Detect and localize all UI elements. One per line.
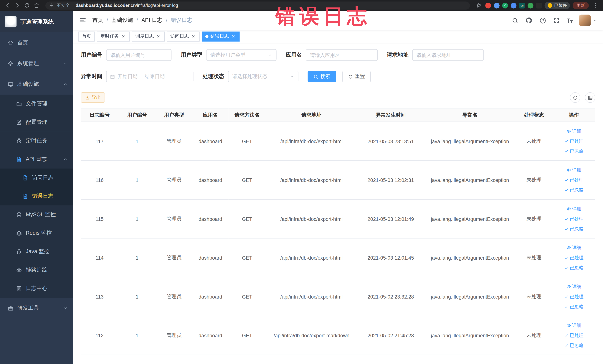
sidebar-item-12[interactable]: 链路追踪 bbox=[0, 261, 73, 280]
app-name-input[interactable] bbox=[306, 49, 378, 61]
cell-exception-name: java.lang.IllegalArgumentException bbox=[424, 277, 516, 316]
tab-0[interactable]: 首页 bbox=[78, 31, 94, 41]
home-icon[interactable] bbox=[33, 1, 40, 9]
extension-blue-grid[interactable] bbox=[511, 2, 516, 8]
sidebar-item-0[interactable]: 首页 bbox=[0, 32, 73, 53]
extension-red-circle[interactable] bbox=[485, 2, 491, 8]
tab-4[interactable]: 错误日志× bbox=[202, 31, 240, 41]
sidebar-item-5[interactable]: 定时任务 bbox=[0, 132, 73, 150]
sidebar-item-14[interactable]: 研发工具 bbox=[0, 298, 73, 318]
sidebar-item-1[interactable]: 系统管理 bbox=[0, 53, 73, 74]
extension-on-switch[interactable]: on bbox=[519, 2, 525, 8]
request-url-input[interactable] bbox=[412, 49, 484, 61]
detail-link[interactable]: 详细 bbox=[554, 243, 594, 253]
user-id-label: 用户编号 bbox=[81, 52, 102, 59]
close-icon[interactable]: × bbox=[191, 34, 196, 39]
font-size-icon[interactable]: TT bbox=[567, 17, 573, 23]
sidebar-item-label: 访问日志 bbox=[32, 174, 53, 181]
ignored-link[interactable]: 已忽略 bbox=[554, 341, 594, 351]
sidebar-item-6[interactable]: API 日志 bbox=[0, 150, 73, 169]
forward-icon[interactable] bbox=[13, 1, 21, 9]
refresh-icon bbox=[348, 74, 353, 79]
cell-log-id: 112 bbox=[81, 316, 118, 355]
chevron-down-icon bbox=[63, 306, 68, 310]
close-icon[interactable]: × bbox=[231, 34, 236, 39]
user-type-select[interactable]: 请选择用户类型 bbox=[206, 49, 277, 61]
detail-link[interactable]: 详细 bbox=[554, 320, 594, 330]
search-button[interactable]: 搜索 bbox=[308, 71, 336, 82]
paused-badge[interactable]: 已暂停 bbox=[545, 2, 570, 9]
reload-icon[interactable] bbox=[23, 1, 31, 9]
detail-link[interactable]: 详细 bbox=[554, 204, 594, 214]
sidebar-item-4[interactable]: 配置管理 bbox=[0, 113, 73, 132]
sidebar-item-9[interactable]: MySQL 监控 bbox=[0, 205, 73, 224]
tab-label: 调度日志 bbox=[135, 33, 154, 39]
home-icon bbox=[8, 40, 14, 46]
browser-menu-icon[interactable] bbox=[591, 1, 599, 9]
tab-1[interactable]: 定时任务× bbox=[97, 31, 129, 41]
check-icon bbox=[564, 294, 568, 299]
user-id-input[interactable] bbox=[106, 49, 172, 61]
eye-icon bbox=[566, 129, 571, 133]
hamburger-icon[interactable] bbox=[79, 16, 87, 24]
extension-green-check[interactable]: ✓ bbox=[502, 2, 508, 8]
date-range-picker[interactable]: 开始日期 - 结束日期 bbox=[106, 71, 194, 82]
refresh-button[interactable] bbox=[570, 92, 580, 103]
processed-link[interactable]: 已处理 bbox=[554, 136, 594, 146]
ignored-link[interactable]: 已忽略 bbox=[554, 302, 594, 312]
cell-log-id: 116 bbox=[81, 161, 118, 200]
process-status-select[interactable]: 请选择处理状态 bbox=[228, 71, 299, 82]
tab-3[interactable]: 访问日志× bbox=[167, 31, 199, 41]
tab-2[interactable]: 调度日志× bbox=[132, 31, 165, 41]
ignored-link[interactable]: 已忽略 bbox=[554, 185, 594, 195]
process-status-label: 处理状态 bbox=[203, 73, 224, 80]
processed-link[interactable]: 已处理 bbox=[554, 253, 594, 263]
user-menu[interactable] bbox=[579, 15, 597, 26]
breadcrumb-item-0[interactable]: 首页 bbox=[92, 17, 103, 24]
logo-row[interactable]: 芋道管理系统 bbox=[0, 11, 73, 32]
sidebar-item-3[interactable]: 文件管理 bbox=[0, 94, 73, 113]
github-icon[interactable] bbox=[525, 17, 532, 24]
processed-link[interactable]: 已处理 bbox=[554, 214, 594, 224]
processed-link[interactable]: 已处理 bbox=[554, 175, 594, 185]
help-icon[interactable] bbox=[539, 17, 546, 24]
breadcrumb-item-3: 错误日志 bbox=[171, 17, 192, 24]
breadcrumb-item-2[interactable]: API 日志 bbox=[141, 17, 162, 24]
ignored-link[interactable]: 已忽略 bbox=[554, 224, 594, 234]
detail-link[interactable]: 详细 bbox=[554, 282, 594, 292]
search-icon[interactable] bbox=[511, 17, 519, 24]
address-bar[interactable]: 不安全 dashboard.yudao.iocoder.cn/infra/log… bbox=[46, 1, 470, 10]
ignored-link[interactable]: 已忽略 bbox=[554, 146, 594, 156]
back-icon[interactable] bbox=[4, 1, 12, 9]
sidebar-item-7[interactable]: 访问日志 bbox=[0, 169, 73, 187]
table-row: 1141管理员dashboardGET/api/infra/db-doc/exp… bbox=[81, 238, 595, 277]
close-icon[interactable]: × bbox=[121, 34, 126, 39]
sidebar-item-13[interactable]: 日志中心 bbox=[0, 279, 73, 298]
detail-link[interactable]: 详细 bbox=[554, 165, 594, 175]
bookmark-star-icon[interactable] bbox=[475, 1, 483, 9]
sidebar-item-8[interactable]: 错误日志 bbox=[0, 187, 73, 205]
sidebar-item-2[interactable]: 基础设施 bbox=[0, 74, 73, 94]
sidebar-item-11[interactable]: Java 监控 bbox=[0, 242, 73, 261]
ignored-link[interactable]: 已忽略 bbox=[554, 263, 594, 273]
extension-dark-square[interactable] bbox=[536, 2, 542, 8]
sidebar-item-10[interactable]: Redis 监控 bbox=[0, 224, 73, 242]
close-icon[interactable]: × bbox=[156, 34, 161, 39]
cell-exception-name: java.lang.IllegalArgumentException bbox=[424, 122, 516, 161]
export-button[interactable]: 导出 bbox=[81, 92, 105, 103]
layers-icon bbox=[16, 230, 22, 236]
extension-green-leaf[interactable] bbox=[528, 2, 533, 8]
reset-button[interactable]: 重置 bbox=[342, 71, 371, 82]
fullscreen-icon[interactable] bbox=[553, 17, 560, 24]
breadcrumb-separator: / bbox=[166, 17, 167, 23]
cell-request-url: /api/infra/db-doc/export-html bbox=[266, 238, 357, 277]
filter-user-id: 用户编号 bbox=[81, 49, 172, 61]
processed-link[interactable]: 已处理 bbox=[554, 330, 594, 341]
browser-update-button[interactable]: 更新 bbox=[573, 2, 589, 9]
extension-blue-drop[interactable] bbox=[494, 2, 499, 8]
processed-link[interactable]: 已处理 bbox=[554, 292, 594, 302]
column-settings-button[interactable] bbox=[585, 92, 595, 103]
breadcrumb-item-1[interactable]: 基础设施 bbox=[111, 17, 133, 24]
detail-link[interactable]: 详细 bbox=[554, 126, 594, 136]
navbar-right: TT bbox=[511, 15, 597, 26]
